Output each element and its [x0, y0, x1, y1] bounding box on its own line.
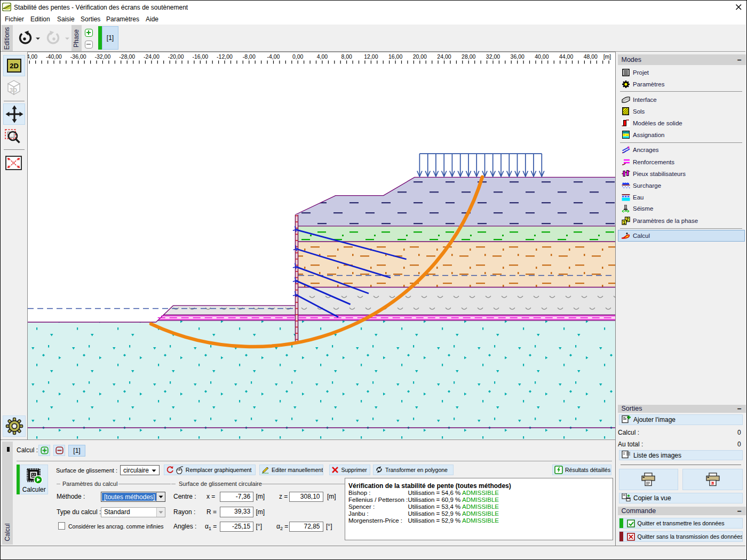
svg-text:20,00: 20,00 — [413, 53, 427, 60]
svg-text:44,00: 44,00 — [559, 53, 573, 60]
svg-text:24,00: 24,00 — [437, 53, 451, 60]
svg-text:[m]: [m] — [603, 53, 611, 60]
svg-text:-36,00: -36,00 — [70, 53, 86, 60]
svg-text:-12,00: -12,00 — [217, 53, 233, 60]
svg-text:-44,00: -44,00 — [28, 53, 37, 60]
svg-text:12,00: 12,00 — [364, 53, 378, 60]
svg-text:-16,00: -16,00 — [192, 53, 208, 60]
svg-text:48,00: 48,00 — [584, 53, 598, 60]
svg-text:-20,00: -20,00 — [168, 53, 184, 60]
svg-text:-28,00: -28,00 — [119, 53, 135, 60]
svg-text:-40,00: -40,00 — [46, 53, 62, 60]
svg-text:-8,00: -8,00 — [243, 53, 256, 60]
svg-text:-32,00: -32,00 — [95, 53, 111, 60]
svg-text:16,00: 16,00 — [388, 53, 402, 60]
svg-text:4,00: 4,00 — [317, 53, 328, 60]
svg-text:3D: 3D — [10, 87, 17, 93]
svg-text:1: 1 — [623, 219, 625, 225]
svg-text:8,00: 8,00 — [341, 53, 352, 60]
svg-text:32,00: 32,00 — [486, 53, 500, 60]
svg-text:-24,00: -24,00 — [144, 53, 160, 60]
svg-text:40,00: 40,00 — [535, 53, 549, 60]
svg-text:36,00: 36,00 — [511, 53, 525, 60]
svg-text:0,00: 0,00 — [292, 53, 304, 60]
svg-text:-4,00: -4,00 — [267, 53, 280, 60]
svg-text:28,00: 28,00 — [462, 53, 475, 60]
